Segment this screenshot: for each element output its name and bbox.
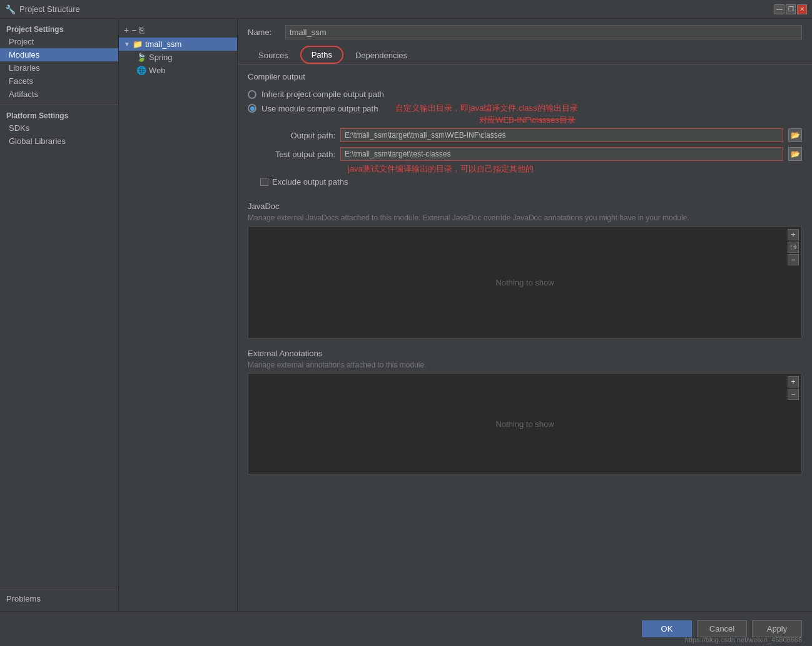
modules-item-label: Modules — [9, 50, 39, 59]
javadoc-add-to-button[interactable]: ↑+ — [788, 242, 799, 253]
sidebar-item-facets[interactable]: Facets — [0, 74, 118, 88]
annotation-custom-output: 自定义输出目录，即java编译文件.class的输出目录 — [395, 103, 577, 114]
inherit-output-row: Inherit project compile output path — [248, 88, 802, 101]
ok-button[interactable]: OK — [642, 620, 692, 637]
web-icon: 🌐 — [136, 66, 146, 75]
tab-paths-label: Paths — [312, 50, 332, 59]
external-annotations-title: External Annotations — [248, 349, 802, 358]
use-module-output-radio[interactable] — [248, 104, 256, 113]
problems-label: Problems — [6, 594, 41, 603]
sidebar: Project Settings Project Modules Librari… — [0, 19, 119, 611]
test-output-path-browse-button[interactable]: 📂 — [788, 147, 802, 161]
output-path-input[interactable] — [340, 128, 783, 142]
add-module-button[interactable]: + — [124, 25, 129, 35]
libraries-item-label: Libraries — [9, 63, 40, 73]
ext-ann-remove-button[interactable]: − — [788, 389, 799, 400]
module-tree-root[interactable]: ▼ 📁 tmall_ssm — [119, 38, 237, 51]
sidebar-divider — [0, 105, 118, 105]
sidebar-item-sdks[interactable]: SDKs — [0, 121, 118, 135]
javadoc-toolbar: + ↑+ − — [788, 229, 799, 265]
window-title: Project Structure — [19, 4, 774, 14]
content-area: Project Settings Project Modules Librari… — [0, 19, 812, 611]
tab-dependencies-label: Dependencies — [355, 51, 407, 60]
ext-ann-add-button[interactable]: + — [788, 376, 799, 387]
external-annotations-section: External Annotations Manage external ann… — [238, 344, 812, 479]
exclude-output-checkbox[interactable] — [260, 178, 268, 186]
name-label: Name: — [248, 28, 279, 37]
ext-ann-toolbar: + − — [788, 376, 799, 400]
sdks-item-label: SDKs — [9, 123, 29, 133]
sidebar-item-modules[interactable]: Modules — [0, 48, 118, 61]
annotation-test-output: java测试文件编译输出的目录，可以自己指定其他的 — [248, 163, 802, 175]
name-input[interactable] — [285, 25, 802, 39]
sidebar-item-artifacts[interactable]: Artifacts — [0, 88, 118, 101]
tab-sources[interactable]: Sources — [248, 47, 299, 63]
remove-module-button[interactable]: − — [131, 25, 136, 35]
test-output-path-input[interactable] — [340, 147, 783, 161]
facets-item-label: Facets — [9, 76, 33, 86]
tree-toolbar: + − ⎘ — [119, 23, 237, 38]
project-settings-header: Project Settings — [0, 23, 118, 35]
main-container: Project Settings Project Modules Librari… — [0, 19, 812, 646]
tab-dependencies[interactable]: Dependencies — [345, 47, 418, 63]
tree-expand-arrow: ▼ — [124, 41, 130, 48]
output-path-label: Output path: — [260, 131, 335, 140]
artifacts-item-label: Artifacts — [9, 90, 38, 99]
module-tree-spring[interactable]: 🍃 Spring — [119, 51, 237, 64]
title-bar: 🔧 Project Structure — ❐ ✕ — [0, 0, 812, 19]
minimize-button[interactable]: — — [774, 4, 784, 14]
annotation-webinf: 对应WEB-INF\classes目录 — [248, 115, 802, 126]
right-panel: Name: Sources Paths Dependencies Compile… — [238, 19, 812, 611]
exclude-output-label: Exclude output paths — [272, 177, 348, 187]
compiler-output-title: Compiler output — [248, 72, 802, 81]
javadoc-empty-label: Nothing to show — [248, 227, 801, 338]
compiler-output-section: Compiler output Inherit project compile … — [238, 64, 812, 197]
tab-sources-label: Sources — [258, 51, 288, 60]
spring-icon: 🍃 — [136, 53, 146, 62]
sidebar-item-global-libraries[interactable]: Global Libraries — [0, 135, 118, 148]
javadoc-add-button[interactable]: + — [788, 229, 799, 240]
use-module-output-row: Use module compile output path 自定义输出目录，即… — [248, 101, 802, 116]
javadoc-box: + ↑+ − Nothing to show — [248, 226, 802, 339]
inherit-output-label: Inherit project compile output path — [261, 90, 384, 99]
tabs-row: Sources Paths Dependencies — [238, 46, 812, 64]
javadoc-remove-button[interactable]: − — [788, 254, 799, 265]
bottom-url: https://blog.csdn.net/weixin_45808666 — [685, 636, 802, 643]
output-path-row: Output path: 📂 — [248, 126, 802, 145]
folder-icon: 📁 — [133, 39, 143, 49]
project-item-label: Project — [9, 37, 34, 46]
restore-button[interactable]: ❐ — [786, 4, 796, 14]
external-annotations-box: + − Nothing to show — [248, 373, 802, 474]
window-controls: — ❐ ✕ — [774, 4, 807, 14]
tab-paths[interactable]: Paths — [300, 46, 343, 64]
platform-settings-header: Platform Settings — [0, 109, 118, 121]
apply-button[interactable]: Apply — [752, 620, 802, 637]
test-output-path-label: Test output path: — [260, 150, 335, 159]
app-icon: 🔧 — [5, 4, 16, 14]
spring-label: Spring — [149, 53, 173, 62]
external-annotations-hint: Manage external annotations attached to … — [248, 361, 802, 369]
ext-ann-empty-label: Nothing to show — [248, 374, 801, 474]
web-label: Web — [149, 66, 166, 75]
module-tree: + − ⎘ ▼ 📁 tmall_ssm 🍃 Spring 🌐 Web — [119, 19, 238, 611]
output-path-browse-button[interactable]: 📂 — [788, 128, 802, 142]
test-output-path-row: Test output path: 📂 — [248, 145, 802, 163]
javadoc-title: JavaDoc — [248, 202, 802, 211]
exclude-output-row: Exclude output paths — [248, 175, 802, 189]
sidebar-item-problems[interactable]: Problems — [0, 590, 118, 607]
sidebar-item-project[interactable]: Project — [0, 35, 118, 48]
close-button[interactable]: ✕ — [797, 4, 807, 14]
module-tree-web[interactable]: 🌐 Web — [119, 64, 237, 77]
copy-module-button[interactable]: ⎘ — [139, 25, 144, 35]
sidebar-item-libraries[interactable]: Libraries — [0, 61, 118, 74]
module-root-label: tmall_ssm — [145, 39, 182, 49]
name-row: Name: — [238, 19, 812, 46]
bottom-bar: OK Cancel Apply https://blog.csdn.net/we… — [0, 611, 812, 646]
cancel-button[interactable]: Cancel — [697, 620, 747, 637]
javadoc-section: JavaDoc Manage external JavaDocs attache… — [238, 197, 812, 344]
javadoc-hint: Manage external JavaDocs attached to thi… — [248, 213, 802, 222]
use-module-output-label: Use module compile output path — [261, 104, 378, 113]
inherit-output-radio[interactable] — [248, 90, 256, 99]
global-libraries-item-label: Global Libraries — [9, 136, 66, 146]
